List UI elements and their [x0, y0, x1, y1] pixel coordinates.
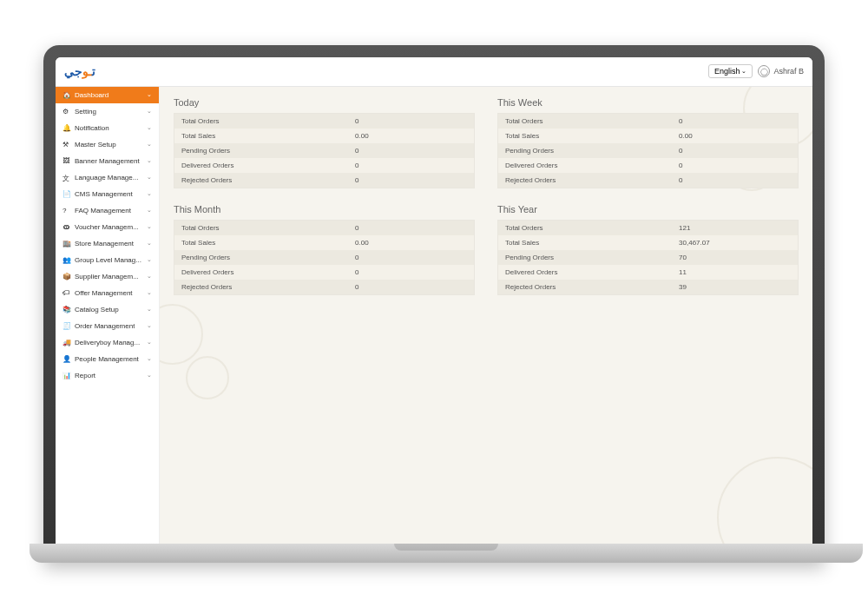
- stat-value: 0.00: [672, 129, 798, 143]
- sidebar-item-label: People Management: [75, 355, 139, 363]
- chevron-down-icon: ⌄: [147, 289, 152, 296]
- chevron-down-icon: ⌄: [147, 223, 152, 230]
- sidebar-icon: ?: [62, 207, 70, 214]
- sidebar-item-label: Order Management: [75, 322, 135, 330]
- stat-label: Delivered Orders: [174, 265, 348, 280]
- stat-label: Total Orders: [174, 114, 348, 129]
- sidebar-item-label: Voucher Managem...: [75, 223, 139, 231]
- stat-label: Pending Orders: [174, 250, 348, 265]
- sidebar-item-dashboard[interactable]: 🏠Dashboard⌄: [56, 87, 159, 103]
- stat-value: 0: [672, 158, 798, 173]
- table-row: Rejected Orders0: [174, 173, 474, 188]
- sidebar-item-catalog-setup[interactable]: 📚Catalog Setup⌄: [56, 301, 159, 318]
- sidebar-item-report[interactable]: 📊Report⌄: [56, 367, 159, 384]
- table-row: Total Orders0: [174, 221, 474, 235]
- chevron-down-icon: ⌄: [147, 273, 152, 280]
- sidebar-item-store-management[interactable]: 🏬Store Management⌄: [56, 235, 159, 252]
- stat-label: Total Sales: [498, 235, 672, 250]
- sidebar-icon: 👥: [62, 256, 70, 264]
- user-menu[interactable]: ◯ Ashraf B: [758, 65, 804, 77]
- chevron-down-icon: ⌄: [147, 372, 152, 379]
- sidebar-item-setting[interactable]: ⚙Setting⌄: [56, 103, 159, 120]
- stats-panel-this-month: This MonthTotal Orders0Total Sales0.00Pe…: [174, 204, 475, 295]
- table-row: Pending Orders0: [174, 143, 474, 158]
- decorative-circle-icon: [160, 304, 203, 365]
- table-row: Total Sales0.00: [174, 235, 474, 250]
- stat-label: Pending Orders: [498, 250, 672, 265]
- chevron-down-icon: ⌄: [147, 174, 152, 181]
- sidebar-item-label: Language Manage...: [75, 174, 138, 181]
- sidebar-item-people-management[interactable]: 👤People Management⌄: [56, 351, 159, 367]
- sidebar-item-label: Dashboard: [75, 91, 108, 99]
- sidebar-item-offer-management[interactable]: 🏷Offer Management⌄: [56, 285, 159, 301]
- sidebar-icon: 文: [62, 174, 70, 181]
- stat-label: Delivered Orders: [498, 265, 672, 280]
- laptop-base: [30, 544, 863, 563]
- stat-value: 0: [348, 250, 474, 265]
- chevron-down-icon: ⌄: [147, 190, 152, 197]
- sidebar-icon: ⚒: [62, 141, 70, 148]
- sidebar-item-group-level-manag[interactable]: 👥Group Level Manag...⌄: [56, 252, 159, 268]
- stat-value: 0: [348, 173, 474, 188]
- stat-label: Total Orders: [174, 221, 348, 235]
- decorative-circle-icon: [186, 356, 229, 399]
- sidebar-icon: 👤: [62, 355, 70, 363]
- stat-value: 0: [672, 173, 798, 188]
- topbar-right: English ⌄ ◯ Ashraf B: [708, 64, 804, 78]
- sidebar: 🏠Dashboard⌄⚙Setting⌄🔔Notification⌄⚒Maste…: [56, 87, 160, 544]
- stat-label: Rejected Orders: [174, 173, 348, 188]
- sidebar-icon: 🖼: [62, 157, 70, 165]
- sidebar-item-master-setup[interactable]: ⚒Master Setup⌄: [56, 136, 159, 153]
- stats-table: Total Orders0Total Sales0.00Pending Orde…: [174, 113, 475, 188]
- sidebar-item-label: FAQ Management: [75, 207, 131, 214]
- chevron-down-icon: ⌄: [147, 256, 152, 263]
- stat-value: 0: [672, 114, 798, 129]
- stats-panel-today: TodayTotal Orders0Total Sales0.00Pending…: [174, 97, 475, 188]
- sidebar-icon: 🏷: [62, 289, 70, 297]
- table-row: Total Sales30,467.07: [498, 235, 798, 250]
- sidebar-item-cms-management[interactable]: 📄CMS Management⌄: [56, 186, 159, 202]
- sidebar-item-label: Setting: [75, 108, 96, 115]
- user-name: Ashraf B: [773, 67, 804, 76]
- chevron-down-icon: ⌄: [147, 207, 152, 214]
- sidebar-item-label: Banner Management: [75, 157, 140, 165]
- main-content: TodayTotal Orders0Total Sales0.00Pending…: [160, 87, 812, 544]
- stat-value: 0: [348, 158, 474, 173]
- language-label: English: [714, 67, 740, 76]
- panel-title: This Week: [497, 97, 799, 108]
- screen: تـوجي English ⌄ ◯ Ashraf B 🏠Dashboard⌄⚙S…: [56, 57, 812, 544]
- sidebar-icon: 🧾: [62, 322, 70, 330]
- sidebar-item-supplier-managem[interactable]: 📦Supplier Managem...⌄: [56, 268, 159, 285]
- logo[interactable]: تـوجي: [64, 64, 95, 78]
- table-row: Delivered Orders0: [174, 265, 474, 280]
- sidebar-item-language-manage[interactable]: 文Language Manage...⌄: [56, 169, 159, 186]
- stat-value: 0: [348, 143, 474, 158]
- stat-label: Rejected Orders: [498, 280, 672, 294]
- chevron-down-icon: ⌄: [147, 355, 152, 362]
- sidebar-item-banner-management[interactable]: 🖼Banner Management⌄: [56, 153, 159, 169]
- stat-label: Total Sales: [498, 129, 672, 143]
- laptop-frame: تـوجي English ⌄ ◯ Ashraf B 🏠Dashboard⌄⚙S…: [43, 45, 825, 563]
- sidebar-icon: ⚙: [62, 108, 70, 115]
- sidebar-item-voucher-managem[interactable]: 🎟Voucher Managem...⌄: [56, 219, 159, 235]
- stats-table: Total Orders0Total Sales0.00Pending Orde…: [174, 220, 475, 295]
- stat-value: 121: [672, 221, 798, 235]
- sidebar-icon: 🎟: [62, 223, 70, 231]
- table-row: Pending Orders70: [498, 250, 798, 265]
- sidebar-icon: 🔔: [62, 124, 70, 132]
- sidebar-item-notification[interactable]: 🔔Notification⌄: [56, 120, 159, 136]
- stat-label: Total Orders: [498, 114, 672, 129]
- table-row: Pending Orders0: [498, 143, 798, 158]
- sidebar-icon: 📊: [62, 372, 70, 379]
- table-row: Total Orders121: [498, 221, 798, 235]
- language-select[interactable]: English ⌄: [708, 64, 753, 78]
- sidebar-item-faq-management[interactable]: ?FAQ Management⌄: [56, 202, 159, 219]
- chevron-down-icon: ⌄: [147, 141, 152, 148]
- sidebar-item-label: Store Management: [75, 240, 134, 247]
- table-row: Delivered Orders11: [498, 265, 798, 280]
- sidebar-item-deliveryboy-manag[interactable]: 🚚Deliveryboy Manag...⌄: [56, 334, 159, 351]
- sidebar-icon: 🚚: [62, 339, 70, 346]
- chevron-down-icon: ⌄: [147, 240, 152, 247]
- stat-value: 0: [348, 280, 474, 294]
- sidebar-item-order-management[interactable]: 🧾Order Management⌄: [56, 318, 159, 334]
